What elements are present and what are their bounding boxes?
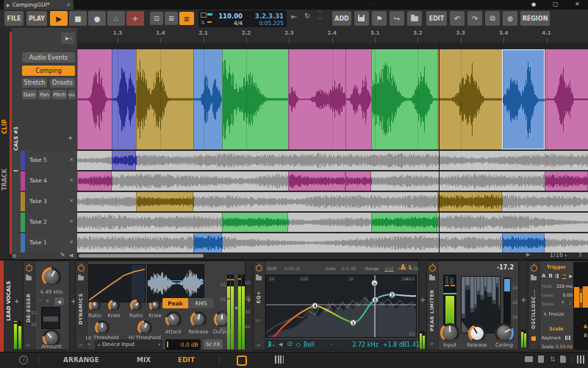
dynamics-attack-knob[interactable] <box>165 311 182 328</box>
stretch-button[interactable]: Stretch <box>22 78 47 88</box>
take-lane[interactable] <box>77 192 588 211</box>
osc-trigger-free-icon[interactable]: ▶ <box>569 273 573 278</box>
take-lane[interactable] <box>77 151 588 170</box>
redo-button[interactable]: ↷ <box>467 11 482 26</box>
onsets-button[interactable]: Onsets <box>50 78 75 88</box>
comp-segment[interactable] <box>112 49 136 149</box>
deesser-curve-icon[interactable]: ◠ <box>38 298 42 303</box>
eq-graph[interactable]: 201001k10k +10 -10 4152 ≡ <box>265 275 417 338</box>
take-delete-icon[interactable]: ✕ <box>69 177 74 183</box>
comp-segment[interactable] <box>222 49 288 149</box>
eq-shift-value[interactable]: 0.00 st <box>284 266 300 271</box>
note-editor-icon[interactable] <box>275 355 284 364</box>
insert-device-button-3[interactable]: + <box>420 296 426 304</box>
pitch-button[interactable]: Pitch <box>52 90 67 99</box>
browser-panel-icon[interactable] <box>525 356 533 362</box>
osc-trigger-rise-icon[interactable]: → <box>562 272 567 279</box>
osc-freeze-button[interactable]: ❄Freeze <box>543 311 564 317</box>
comp-segment[interactable] <box>437 49 502 149</box>
maximize-button[interactable]: ▢ <box>553 1 559 7</box>
file-button[interactable]: FILE <box>4 11 24 26</box>
device-oscilloscope[interactable]: OSCILLOSC... ∷ Trigger A B → ▶ Hold 320 … <box>528 261 588 350</box>
cancel-button[interactable]: ⊗ <box>503 11 517 26</box>
limiter-input-knob[interactable] <box>440 323 459 342</box>
comp-take-region[interactable] <box>193 233 222 252</box>
deesser-listen-button[interactable]: ◀ <box>54 297 64 305</box>
comp-take-region[interactable] <box>545 171 588 191</box>
formant-button[interactable]: Formant <box>68 90 75 99</box>
eq-band-node[interactable]: 5 <box>372 297 379 303</box>
browser-button[interactable] <box>407 11 422 26</box>
dynamics-power-icon[interactable] <box>78 265 85 272</box>
take-delete-icon[interactable]: ✕ <box>69 219 74 224</box>
rms-option[interactable]: RMS <box>188 298 214 308</box>
io-panel-icon[interactable]: ⇅ <box>550 355 556 363</box>
osc-power-icon[interactable] <box>531 265 537 272</box>
comp-take-region[interactable] <box>222 213 288 232</box>
dynamics-name[interactable]: DYNAMICS <box>76 285 85 333</box>
transport-display[interactable]: ⇅ 110.00 4/4 3.2.3.31 0:05.225 <box>198 10 287 27</box>
copy-button[interactable]: ⧉ <box>485 11 500 26</box>
close-button[interactable]: ✕ <box>575 1 580 7</box>
osc-ch-b[interactable]: B <box>584 333 587 339</box>
punch-in-button[interactable]: ⊡ <box>150 12 163 25</box>
grid-resolution-control[interactable]: 1/16 ▾ <box>550 252 567 258</box>
comp-take-region[interactable] <box>136 192 193 211</box>
osc-trigger-b[interactable]: B <box>548 273 552 279</box>
tempo-value[interactable]: 110.00 <box>216 13 243 20</box>
comp-take-region[interactable] <box>288 171 345 191</box>
comp-segment[interactable] <box>545 49 588 149</box>
take-delete-icon[interactable]: ✕ <box>69 198 74 204</box>
limiter-power-icon[interactable] <box>429 265 436 272</box>
minimize-button[interactable]: ● <box>531 1 536 7</box>
undo-button[interactable]: ↶ <box>450 11 465 26</box>
loop-icon[interactable]: ↻ <box>304 12 310 20</box>
notes-panel-icon[interactable] <box>560 355 566 363</box>
take-delete-icon[interactable]: ✕ <box>69 157 74 163</box>
eq-gain-value[interactable]: 0.0 dB <box>342 266 356 271</box>
tab-edit[interactable]: EDIT <box>178 356 195 364</box>
comp-segment[interactable] <box>77 49 112 149</box>
insert-device-button-4[interactable]: + <box>520 296 526 304</box>
follow-playhead-button[interactable]: ↪ <box>390 11 404 26</box>
record-button[interactable]: ● <box>88 11 106 26</box>
dynamics-knee2-knob[interactable] <box>149 300 161 311</box>
device-deesser[interactable]: DE-ESSER ∷ ⇄ 4.49 kHz ◠ ⚟ ◀ 10 20 Amount <box>23 261 70 350</box>
eq-band-type[interactable]: Bell <box>304 342 315 348</box>
eq-band-node[interactable]: 4 <box>312 302 318 309</box>
pencil-icon[interactable]: ✎ <box>60 252 65 258</box>
project-tab-close-icon[interactable]: ✕ <box>66 2 71 8</box>
deesser-freq-value[interactable]: 4.49 kHz <box>33 289 70 295</box>
timeline-ruler[interactable]: 1.31.42.12.22.32.43.13.23.33.44.1 <box>77 28 588 43</box>
limiter-preset-icon[interactable] <box>429 276 435 280</box>
osc-slope-down-icon[interactable]: ↓ <box>568 300 573 306</box>
project-tab[interactable]: ▶ CompingGUI* ✕ <box>4 0 74 10</box>
info-icon[interactable]: i <box>19 355 28 364</box>
comping-button[interactable]: Comping <box>22 66 75 76</box>
comp-take-region[interactable] <box>112 151 136 170</box>
comp-region[interactable] <box>77 49 588 149</box>
take-delete-icon[interactable]: ✕ <box>69 239 74 245</box>
gain-button[interactable]: Gain <box>22 90 37 99</box>
punch-out-button[interactable]: ⊞ <box>165 12 178 25</box>
eq-band-listen-icon[interactable]: ◀ <box>279 342 282 347</box>
device-limiter[interactable]: PEAK LIMITER ⇄ -17.2 102030 Input Releas… <box>426 261 519 350</box>
dynamics-lo-threshold-knob[interactable] <box>95 320 110 335</box>
track-add-device-button[interactable]: + <box>14 297 20 305</box>
device-dynamics[interactable]: DYNAMICS ∷ ⇄ Ratio Knee Ratio Knee Lo Th… <box>75 261 245 350</box>
clip-launcher-icon[interactable] <box>237 355 247 366</box>
play-menu-button[interactable]: PLAY <box>26 11 47 26</box>
osc-slope-up-icon[interactable]: ↑ <box>561 300 565 306</box>
deesser-freq-knob[interactable] <box>42 267 61 286</box>
insert-device-button-2[interactable]: + <box>245 296 251 304</box>
device-track-name[interactable]: LEAD VOCALS <box>4 269 13 333</box>
take-lane[interactable] <box>77 233 588 252</box>
horizontal-scrollbar[interactable] <box>79 254 204 258</box>
groove-button[interactable]: ∴ <box>107 11 125 26</box>
sidechain-gain-display[interactable]: 0.0 dB <box>165 339 201 350</box>
comp-segment[interactable] <box>136 49 193 149</box>
comp-take-region[interactable] <box>502 233 545 252</box>
time-value[interactable]: 0:05.225 <box>245 20 284 26</box>
eq-range-10[interactable]: ±10 <box>384 266 394 272</box>
stop-button[interactable]: ■ <box>69 11 87 26</box>
